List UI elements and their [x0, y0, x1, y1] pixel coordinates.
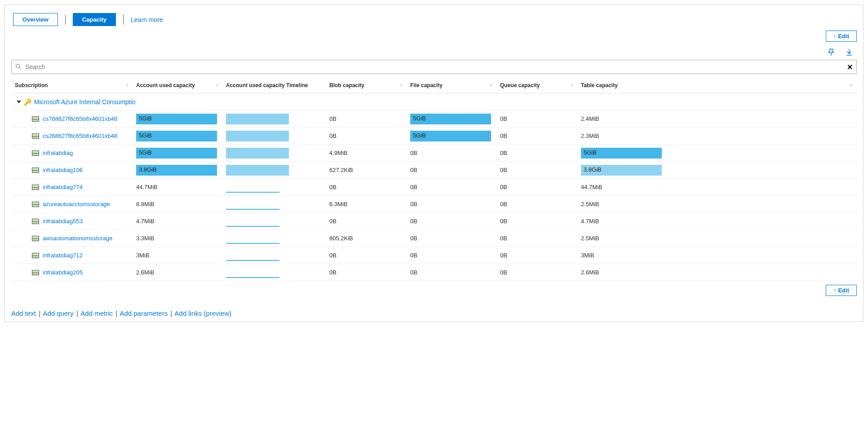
storage-account-icon — [32, 168, 39, 173]
cell-blob: 0B — [326, 247, 407, 264]
cell-file: 0B — [407, 264, 496, 281]
cell-queue: 0B — [496, 162, 577, 179]
cell-account-used: 3.8GiB — [133, 162, 222, 179]
cell-table: 2.6MiB — [577, 264, 857, 281]
pin-icon[interactable] — [827, 48, 835, 56]
svg-point-0 — [16, 64, 20, 67]
storage-account-icon — [32, 116, 39, 122]
cell-blob: 0B — [326, 128, 407, 145]
storage-account-link[interactable]: infralabdiag106 — [43, 167, 83, 173]
storage-account-link[interactable]: infralabdiag553 — [43, 218, 83, 225]
cell-account-used: 44.7MiB — [133, 179, 222, 196]
tab-overview[interactable]: Overview — [13, 13, 58, 26]
col-blob[interactable]: Blob capacity↑↓ — [326, 77, 407, 93]
cell-file: 0B — [407, 213, 496, 230]
cell-timeline — [222, 110, 326, 128]
add-query-link[interactable]: Add query — [43, 309, 73, 317]
cell-table: 4.7MiB — [577, 213, 857, 230]
cell-file: 5GiB — [407, 110, 496, 128]
cell-account-used: 4.7MiB — [133, 213, 222, 230]
storage-account-icon — [32, 236, 39, 241]
cell-account-used: 3MiB — [133, 247, 222, 264]
storage-account-icon — [32, 133, 39, 139]
expand-icon[interactable] — [17, 101, 21, 103]
table-row: infralabdiag774 44.7MiB 0B 0B 0B 44.7MiB — [11, 179, 857, 196]
cell-queue: 0B — [496, 110, 577, 128]
cell-table: 3MiB — [577, 247, 857, 264]
tab-capacity[interactable]: Capacity — [73, 13, 116, 26]
edit-button-bottom[interactable]: ↑ Edit — [826, 285, 857, 296]
storage-account-icon — [32, 202, 39, 207]
cell-table: 2.5MiB — [577, 230, 857, 247]
cell-file: 0B — [407, 179, 496, 196]
storage-account-link[interactable]: cs268627f8c65b8x4601xb48 — [43, 132, 117, 139]
cell-table: 5GiB — [577, 145, 857, 162]
cell-table: 2.3MiB — [577, 128, 857, 145]
cell-account-used: 8.8MiB — [133, 196, 222, 213]
cell-blob: 0B — [326, 179, 407, 196]
cell-queue: 0B — [496, 264, 577, 281]
storage-account-link[interactable]: infralabdiag — [43, 150, 73, 156]
add-links-link[interactable]: Add links (preview) — [175, 309, 232, 317]
toolbar-icons — [11, 48, 853, 56]
col-account-used[interactable]: Account used capacity↑↓ — [133, 77, 222, 93]
storage-account-link[interactable]: awsautomationomsstorage — [43, 235, 112, 242]
edit-button-top[interactable]: ↑ Edit — [826, 31, 857, 42]
subscription-group-link[interactable]: Microsoft Azure Internal Consumptio — [34, 98, 136, 106]
storage-account-icon — [32, 253, 39, 258]
table-row: azureautoacctomsstorage 8.8MiB 6.3MiB 0B… — [11, 196, 857, 213]
cell-blob: 0B — [326, 110, 407, 128]
cell-file: 5GiB — [407, 128, 496, 145]
cell-account-used: 5GiB — [133, 145, 222, 162]
col-table[interactable]: Table capacity↑↓ — [577, 77, 857, 93]
tab-separator — [123, 15, 124, 25]
workbook-frame: Overview Capacity Learn more ↑ Edit ✕ — [4, 4, 864, 322]
cell-queue: 0B — [496, 213, 577, 230]
cell-queue: 0B — [496, 196, 577, 213]
col-subscription[interactable]: Subscription↑↓ — [11, 77, 133, 93]
table-row: infralabdiag553 4.7MiB 0B 0B 0B 4.7MiB — [11, 213, 857, 230]
table-row: infralabdiag712 3MiB 0B 0B 0B 3MiB — [11, 247, 857, 264]
cell-account-used: 3.3MiB — [133, 230, 222, 247]
col-queue[interactable]: Queue capacity↑↓ — [496, 77, 577, 93]
col-timeline[interactable]: Account used capacity Timeline — [222, 77, 326, 93]
col-file[interactable]: File capacity↑↓ — [407, 77, 496, 93]
storage-account-link[interactable]: cs768627f8c65b8x4601xb48 — [43, 115, 117, 122]
search-icon — [15, 63, 22, 71]
capacity-table: Subscription↑↓ Account used capacity↑↓ A… — [11, 77, 857, 281]
table-row: awsautomationomsstorage 3.3MiB 805.2KiB … — [11, 230, 857, 247]
cell-queue: 0B — [496, 179, 577, 196]
storage-account-link[interactable]: infralabdiag774 — [43, 184, 83, 190]
cell-queue: 0B — [496, 230, 577, 247]
cell-blob: 0B — [326, 213, 407, 230]
storage-account-icon — [32, 185, 39, 190]
cell-timeline — [222, 264, 326, 281]
cell-queue: 0B — [496, 145, 577, 162]
table-row: infralabdiag205 2.6MiB 0B 0B 0B 2.6MiB — [11, 264, 857, 281]
storage-account-link[interactable]: infralabdiag205 — [43, 269, 83, 276]
download-icon[interactable] — [845, 48, 853, 56]
tab-separator — [65, 15, 66, 25]
table-row: infralabdiag106 3.8GiB 627.2KiB 0B 0B 3.… — [11, 162, 857, 179]
storage-account-link[interactable]: infralabdiag712 — [43, 252, 83, 259]
storage-account-link[interactable]: azureautoacctomsstorage — [43, 201, 110, 207]
learn-more-link[interactable]: Learn more — [131, 16, 163, 23]
cell-file: 0B — [407, 162, 496, 179]
cell-timeline — [222, 128, 326, 145]
add-metric-link[interactable]: Add metric — [80, 309, 113, 317]
add-text-link[interactable]: Add text — [11, 309, 36, 317]
cell-table: 2.5MiB — [577, 196, 857, 213]
search-input[interactable] — [25, 62, 847, 72]
search-box[interactable]: ✕ — [11, 60, 857, 74]
top-tabs: Overview Capacity Learn more — [13, 13, 857, 26]
footer-links: Add text | Add query | Add metric | Add … — [11, 309, 857, 317]
cell-blob: 6.3MiB — [326, 196, 407, 213]
add-parameters-link[interactable]: Add parameters — [120, 309, 168, 317]
clear-icon[interactable]: ✕ — [847, 63, 853, 71]
cell-account-used: 2.6MiB — [133, 264, 222, 281]
cell-timeline — [222, 179, 326, 196]
cell-queue: 0B — [496, 247, 577, 264]
storage-account-icon — [32, 219, 39, 224]
cell-file: 0B — [407, 230, 496, 247]
table-row: cs768627f8c65b8x4601xb48 5GiB 0B 5GiB 0B… — [11, 110, 857, 128]
